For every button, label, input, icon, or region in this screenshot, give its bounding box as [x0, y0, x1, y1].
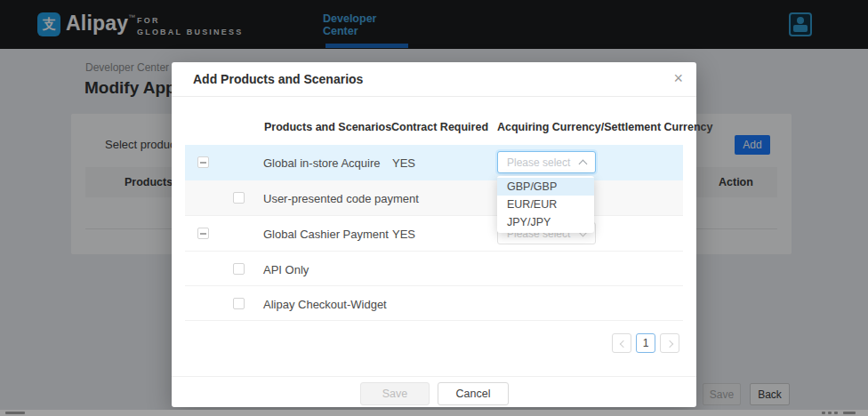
checkbox-unchecked[interactable] — [233, 263, 245, 275]
chevron-up-icon — [579, 160, 588, 169]
screen: 支 Alipay ™ FOR GLOBAL BUSINESS Developer… — [0, 0, 868, 416]
table-row[interactable]: Alipay Checkout-Widget — [185, 286, 683, 321]
dropdown-option-gbp[interactable]: GBP/GBP — [497, 178, 594, 196]
dropdown-option-eur[interactable]: EUR/EUR — [497, 196, 594, 213]
indeterminate-dash-icon — [200, 233, 206, 235]
prev-page-button[interactable] — [612, 333, 631, 353]
taskbar-tray-icon — [822, 412, 825, 414]
next-page-button[interactable] — [660, 333, 679, 353]
checkbox-indeterminate[interactable] — [197, 228, 209, 239]
add-products-modal: Add Products and Scenarios × Products an… — [172, 62, 696, 407]
row-label: User-presented code payment — [263, 192, 419, 205]
table-row[interactable]: Global in-store Acquire YES Please selec… — [185, 145, 683, 180]
modal-title: Add Products and Scenarios — [193, 62, 363, 96]
checkbox-unchecked[interactable] — [233, 298, 245, 309]
currency-dropdown: GBP/GBP EUR/EUR JPY/JPY — [497, 176, 594, 233]
chevron-left-icon — [620, 340, 627, 348]
table-row[interactable]: User-presented code payment — [185, 180, 683, 216]
column-header-products-scenarios: Products and Scenarios — [264, 121, 391, 133]
chevron-right-icon — [666, 340, 673, 348]
checkbox-unchecked[interactable] — [233, 192, 245, 204]
current-page-button[interactable]: 1 — [636, 333, 655, 353]
taskbar-tray-icon — [834, 412, 838, 414]
modal-header: Add Products and Scenarios × — [172, 62, 696, 97]
row-label: Global Cashier Payment — [263, 228, 389, 241]
contract-required-value: YES — [392, 228, 415, 241]
checkbox-indeterminate[interactable] — [197, 156, 209, 168]
row-label: API Only — [263, 263, 309, 276]
column-header-contract-required: Contract Required — [391, 121, 488, 133]
taskbar-tray-icon — [828, 412, 832, 414]
modal-cancel-button[interactable]: Cancel — [438, 382, 509, 405]
close-icon[interactable]: × — [673, 62, 683, 94]
table-row[interactable]: API Only — [185, 252, 683, 286]
indeterminate-dash-icon — [200, 162, 206, 164]
contract-required-value: YES — [392, 156, 415, 170]
modal-save-button[interactable]: Save — [360, 382, 430, 405]
row-label: Alipay Checkout-Widget — [263, 298, 387, 311]
taskbar-strip — [0, 410, 868, 416]
modal-table-header: Products and Scenarios Contract Required… — [185, 109, 683, 146]
select-placeholder: Please select — [507, 156, 570, 169]
currency-select[interactable]: Please select — [497, 151, 596, 173]
row-label: Global in-store Acquire — [263, 156, 381, 170]
modal-footer-divider — [172, 376, 696, 377]
taskbar-start-icon — [5, 412, 25, 414]
table-row[interactable]: Global Cashier Payment YES Please select — [185, 216, 683, 252]
column-header-acquiring-currency: Acquiring Currency/Settlement Currency — [497, 121, 712, 133]
taskbar-clock-area — [843, 412, 856, 414]
dropdown-option-jpy[interactable]: JPY/JPY — [497, 213, 594, 231]
